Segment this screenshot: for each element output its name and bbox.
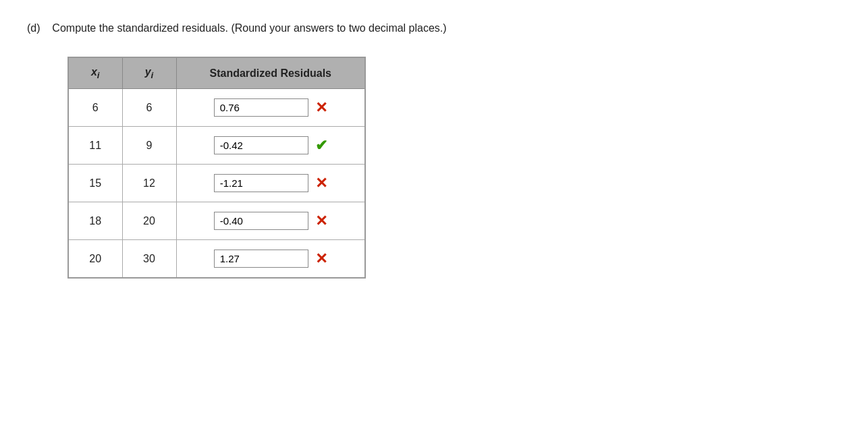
x-icon-2: ✕: [315, 176, 327, 191]
table-header-row: xi yi Standardized Residuals: [68, 57, 365, 89]
cell-residual-4: ✕: [176, 240, 365, 279]
header-xi: xi: [68, 57, 122, 89]
cell-xi-0: 6: [68, 89, 122, 127]
cell-yi-4: 30: [122, 240, 176, 279]
x-icon-0: ✕: [315, 100, 327, 115]
page-content: (d) Compute the standardized residuals. …: [27, 20, 447, 279]
residual-cell-wrapper-4: ✕: [190, 250, 352, 268]
cell-xi-2: 15: [68, 165, 122, 202]
residual-input-1[interactable]: [214, 136, 308, 154]
residual-cell-wrapper-0: ✕: [190, 98, 352, 117]
question-text: Compute the standardized residuals. (Rou…: [52, 22, 446, 34]
cell-yi-1: 9: [122, 127, 176, 165]
table-row: 2030✕: [68, 240, 365, 279]
residual-cell-wrapper-1: ✔: [190, 136, 352, 154]
table-container: xi yi Standardized Residuals 66✕119✔1512…: [67, 57, 447, 279]
table-row: 1820✕: [68, 202, 365, 240]
cell-yi-3: 20: [122, 202, 176, 240]
question-label: (d) Compute the standardized residuals. …: [27, 20, 447, 36]
question-part: (d): [27, 22, 40, 34]
header-yi: yi: [122, 57, 176, 89]
header-xi-label: xi: [91, 66, 100, 78]
table-row: 1512✕: [68, 165, 365, 202]
cell-xi-1: 11: [68, 127, 122, 165]
residual-cell-wrapper-2: ✕: [190, 174, 352, 192]
residuals-table: xi yi Standardized Residuals 66✕119✔1512…: [67, 57, 366, 279]
table-row: 119✔: [68, 127, 365, 165]
residual-input-0[interactable]: [214, 98, 308, 117]
cell-residual-1: ✔: [176, 127, 365, 165]
cell-residual-0: ✕: [176, 89, 365, 127]
header-yi-label: yi: [145, 66, 154, 78]
check-icon-1: ✔: [315, 138, 327, 153]
x-icon-3: ✕: [315, 214, 327, 229]
header-std-res: Standardized Residuals: [176, 57, 365, 89]
residual-input-4[interactable]: [214, 250, 308, 268]
cell-yi-0: 6: [122, 89, 176, 127]
x-icon-4: ✕: [315, 252, 327, 266]
cell-xi-4: 20: [68, 240, 122, 279]
residual-cell-wrapper-3: ✕: [190, 212, 352, 230]
cell-residual-2: ✕: [176, 165, 365, 202]
table-row: 66✕: [68, 89, 365, 127]
cell-xi-3: 18: [68, 202, 122, 240]
cell-yi-2: 12: [122, 165, 176, 202]
residual-input-3[interactable]: [214, 212, 308, 230]
cell-residual-3: ✕: [176, 202, 365, 240]
residual-input-2[interactable]: [214, 174, 308, 192]
header-std-res-label: Standardized Residuals: [210, 67, 332, 79]
